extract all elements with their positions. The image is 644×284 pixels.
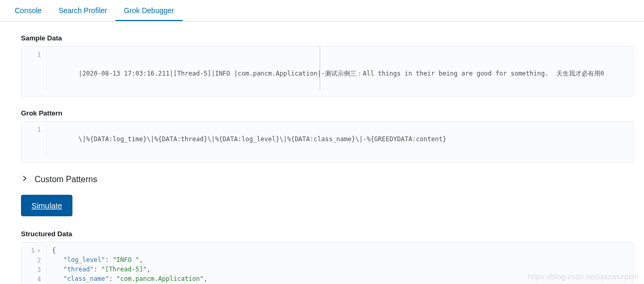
custom-patterns-expander[interactable]: Custom Patterns xyxy=(21,175,634,184)
structured-data-gutter: 1▾234567 xyxy=(22,243,47,284)
sample-data-code[interactable]: |2020-08-13 17:03:16.211|[Thread-5]|INFO… xyxy=(47,47,633,91)
sample-data-line: |2020-08-13 17:03:16.211|[Thread-5]|INFO… xyxy=(75,70,604,77)
grok-pattern-code[interactable]: \|%{DATA:log_time}\|%{DATA:thread}\|%{DA… xyxy=(47,122,633,156)
structured-data-label: Structured Data xyxy=(21,230,634,238)
grok-pattern-label: Grok Pattern xyxy=(21,109,634,117)
structured-data-editor[interactable]: 1▾234567 { "log_level": "INFO ", "thread… xyxy=(21,242,634,284)
custom-patterns-label: Custom Patterns xyxy=(35,175,97,184)
sample-data-gutter: 1 xyxy=(22,47,47,91)
tab-grok-debugger[interactable]: Grok Debugger xyxy=(115,0,183,21)
grok-pattern-editor[interactable]: 1 \|%{DATA:log_time}\|%{DATA:thread}\|%{… xyxy=(21,121,634,162)
grok-pattern-gutter: 1 xyxy=(22,122,47,156)
tab-bar: Console Search Profiler Grok Debugger xyxy=(0,0,644,22)
grok-pattern-line: \|%{DATA:log_time}\|%{DATA:thread}\|%{DA… xyxy=(75,135,446,143)
editor-cursor-indicator xyxy=(320,47,320,91)
chevron-right-icon xyxy=(21,175,28,184)
sample-data-label: Sample Data xyxy=(21,34,634,42)
main-content: Sample Data 1 |2020-08-13 17:03:16.211|[… xyxy=(0,22,644,284)
sample-data-editor[interactable]: 1 |2020-08-13 17:03:16.211|[Thread-5]|IN… xyxy=(21,46,634,97)
tab-search-profiler[interactable]: Search Profiler xyxy=(50,0,115,21)
structured-data-code: { "log_level": "INFO ", "thread": "[Thre… xyxy=(47,243,633,284)
simulate-button[interactable]: Simulate xyxy=(21,195,72,216)
tab-console[interactable]: Console xyxy=(6,0,50,21)
